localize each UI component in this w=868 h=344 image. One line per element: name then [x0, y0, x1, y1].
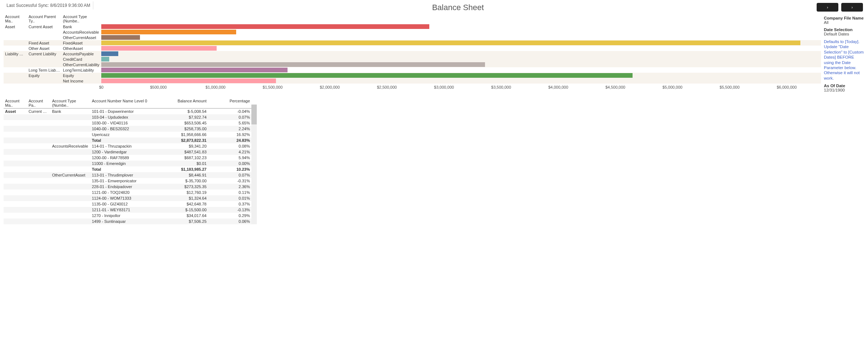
dt-col-account-parent[interactable]: Account Pa..: [27, 98, 51, 108]
bar-row[interactable]: Liability And EquityCurrent LiabilityAcc…: [4, 51, 821, 56]
bar-row-account-parent: Long Term Liability: [27, 68, 61, 72]
bar-row-account-main: Asset: [4, 25, 27, 29]
table-row[interactable]: Total$2,873,822.3124.83%: [4, 137, 257, 143]
table-row[interactable]: OtherCurrentAsset113-01 - Thrudimplover$…: [4, 172, 257, 178]
bar-row[interactable]: Net Income: [4, 78, 821, 84]
dt-col-balance[interactable]: Balance Amount: [163, 98, 208, 108]
col-header-account-type[interactable]: Account Type (Numbe..: [61, 14, 101, 24]
bar-row[interactable]: AssetCurrent AssetBank: [4, 24, 821, 29]
cell-percentage: -0.31%: [208, 179, 251, 183]
cell-balance: $1,958,666.66: [163, 132, 208, 137]
table-row[interactable]: 1040-00 - BES20322$258,735.002.24%: [4, 126, 257, 132]
axis-tick: $3,500,000: [491, 85, 511, 89]
cell-account-type: AccountsReceivable: [51, 144, 90, 148]
axis-tick: $1,500,000: [263, 85, 282, 89]
table-row[interactable]: 1270 - Innipollor$34,017.640.29%: [4, 213, 257, 218]
axis-tick: $500,000: [150, 85, 167, 89]
bar-row-account-type: CreditCard: [61, 57, 101, 61]
bar-segment[interactable]: [101, 30, 236, 34]
cell-account-name: 1200-00 - RAF78589: [90, 156, 163, 160]
col-header-account-parent-type[interactable]: Account Parent Ty..: [27, 14, 61, 24]
bar-row-account-parent: Other Asset: [27, 46, 61, 51]
cell-account-name: 1040-00 - BES20322: [90, 127, 163, 131]
nav-prev-button[interactable]: ›: [817, 3, 838, 12]
cell-balance: $0.01: [163, 161, 208, 166]
bar-segment[interactable]: [101, 57, 109, 61]
bar-row[interactable]: Other AssetOtherAsset: [4, 46, 821, 51]
table-row[interactable]: AssetCurrent AssetBank101-01 - Dopwerine…: [4, 109, 257, 114]
bar-row[interactable]: OtherCurrentAsset: [4, 35, 821, 40]
page-title: Balance Sheet: [101, 1, 815, 12]
dt-col-percentage[interactable]: Percentage: [208, 98, 251, 108]
bar-row[interactable]: Long Term LiabilityLongTermLiability: [4, 67, 821, 73]
bar-segment[interactable]: [101, 24, 429, 29]
cell-percentage: 16.92%: [208, 132, 251, 137]
cell-account-name: 1200 - Vardimedgar: [90, 150, 163, 154]
bar-segment[interactable]: [101, 46, 217, 51]
cell-balance: $2,873,822.31: [163, 138, 208, 143]
table-row[interactable]: 1135-00 - GIZ40012$42,648.780.37%: [4, 201, 257, 207]
cell-account-type: Bank: [51, 109, 90, 114]
bar-row[interactable]: AccountsReceivable: [4, 29, 821, 35]
date-selection-value[interactable]: Default Dates: [824, 32, 864, 36]
table-row[interactable]: AccountsReceivable114-01 - Thruzapackin$…: [4, 143, 257, 149]
cell-account-name: 1270 - Innipollor: [90, 213, 163, 218]
table-row[interactable]: 1499 - Suntinaquar$7,506.250.06%: [4, 218, 257, 224]
nav-next-button[interactable]: ›: [841, 3, 863, 12]
table-row[interactable]: 1030-00 - VID40116$653,506.455.65%: [4, 120, 257, 126]
cell-percentage: 0.07%: [208, 173, 251, 177]
bar-row-account-parent: Fixed Asset: [27, 41, 61, 45]
dt-col-account-name[interactable]: Account Number Name Level 0: [90, 98, 163, 108]
cell-balance: $12,760.19: [163, 190, 208, 195]
bar-row-account-type: Equity: [61, 73, 101, 78]
cell-balance: $1,324.64: [163, 196, 208, 200]
bar-segment[interactable]: [101, 78, 276, 83]
date-selection-header: Date Selection: [824, 27, 864, 32]
table-row[interactable]: 11000 - Emeredgin$0.010.00%: [4, 161, 257, 166]
table-row[interactable]: 1124-00 - WOM71333$1,324.640.01%: [4, 195, 257, 201]
cell-balance: $687,102.23: [163, 156, 208, 160]
table-row[interactable]: 228-01 - Endsipadover$273,325.352.36%: [4, 184, 257, 190]
cell-percentage: 4.21%: [208, 150, 251, 154]
bar-row[interactable]: EquityEquity: [4, 73, 821, 78]
col-header-account-main[interactable]: Account Ma..: [4, 14, 27, 24]
bar-row[interactable]: CreditCard: [4, 56, 821, 62]
cell-percentage: 10.23%: [208, 167, 251, 171]
bar-row-account-type: Bank: [61, 25, 101, 29]
table-row[interactable]: 103-04 - Updudedex$7,922.740.07%: [4, 114, 257, 120]
table-row[interactable]: Total$1,183,985.2710.23%: [4, 166, 257, 172]
cell-account-name: 1135-00 - GIZ40012: [90, 202, 163, 206]
asof-date-value[interactable]: 12/31/1900: [824, 88, 864, 92]
bar-segment[interactable]: [101, 68, 288, 72]
dt-col-account-type[interactable]: Account Type (Numbe..: [51, 98, 90, 108]
dt-col-account-main[interactable]: Account Ma..: [4, 98, 27, 108]
cell-percentage: 2.24%: [208, 127, 251, 131]
bar-row[interactable]: Fixed AssetFixedAsset: [4, 40, 821, 46]
bar-row[interactable]: OtherCurrentLiability: [4, 62, 821, 67]
detail-scrollbar[interactable]: [251, 105, 257, 224]
table-row[interactable]: 1121-00 - TOQ24820$12,760.190.11%: [4, 190, 257, 195]
cell-account-name: 114-01 - Thruzapackin: [90, 144, 163, 148]
bar-row-account-type: OtherCurrentAsset: [61, 35, 101, 40]
company-file-value[interactable]: All: [824, 20, 864, 25]
bar-row-account-main: Liability And Equity: [4, 52, 27, 56]
table-row[interactable]: 1200 - Vardimedgar$487,541.834.21%: [4, 149, 257, 155]
axis-tick: $1,000,000: [205, 85, 225, 89]
table-row[interactable]: 1200-00 - RAF78589$687,102.235.94%: [4, 155, 257, 161]
cell-percentage: 0.29%: [208, 213, 251, 218]
cell-account-main: Asset: [4, 109, 27, 114]
axis-tick: $2,000,000: [320, 85, 340, 89]
bar-segment[interactable]: [101, 35, 140, 40]
table-row[interactable]: 135-01 - Emwerponicator$-35,700.00-0.31%: [4, 178, 257, 184]
table-row[interactable]: Upericazz$1,958,666.6616.92%: [4, 132, 257, 137]
bar-segment[interactable]: [101, 51, 118, 56]
axis-tick: $5,500,000: [720, 85, 740, 89]
bar-row-account-parent: Current Liability: [27, 52, 61, 56]
cell-balance: $34,017.64: [163, 213, 208, 218]
bar-segment[interactable]: [101, 73, 633, 78]
cell-balance: $487,541.83: [163, 150, 208, 154]
bar-segment[interactable]: [101, 41, 800, 45]
cell-balance: $-5,008.54: [163, 109, 208, 114]
table-row[interactable]: 1211-01 - WEY83171$-15,500.00-0.13%: [4, 207, 257, 213]
bar-segment[interactable]: [101, 62, 485, 67]
